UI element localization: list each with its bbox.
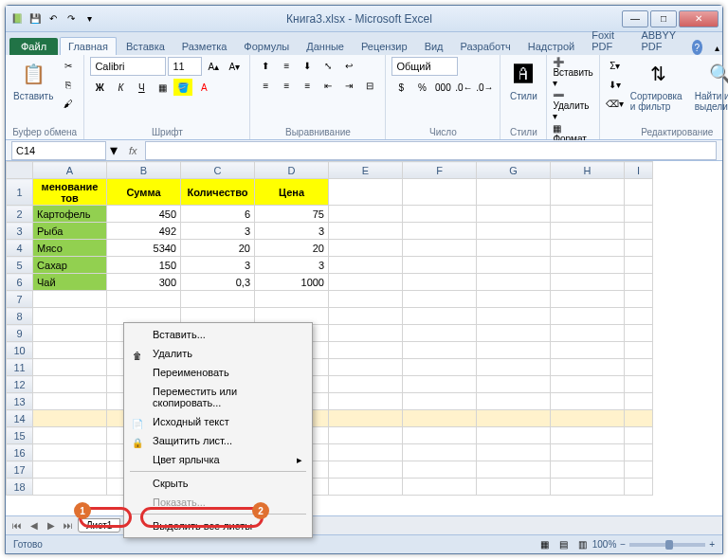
row-header[interactable]: 5	[7, 257, 33, 274]
cut-icon[interactable]: ✂	[59, 57, 78, 74]
cell[interactable]	[329, 240, 403, 257]
cell[interactable]: 75	[255, 206, 329, 223]
ctx-protect[interactable]: 🔒Защитить лист...	[126, 431, 310, 450]
row-header[interactable]: 14	[7, 410, 33, 427]
sheet-nav-next-icon[interactable]: ▶	[44, 520, 59, 531]
increase-decimal-icon[interactable]: .0←	[454, 79, 473, 96]
cell[interactable]: Мясо	[33, 240, 107, 257]
cell[interactable]	[477, 461, 551, 479]
col-header[interactable]: D	[255, 162, 329, 179]
ctx-select-all-sheets[interactable]: Выделить все листы	[126, 516, 310, 535]
cell[interactable]	[329, 393, 403, 410]
cell[interactable]: 6	[181, 206, 255, 223]
row-header[interactable]: 6	[7, 274, 33, 291]
cell[interactable]	[477, 376, 551, 393]
col-header[interactable]: F	[403, 162, 477, 179]
underline-icon[interactable]: Ч	[132, 79, 151, 96]
cell[interactable]	[625, 206, 653, 223]
view-pagelayout-icon[interactable]: ▤	[555, 536, 573, 553]
sheet-nav-first-icon[interactable]: ⏮	[9, 520, 25, 531]
help-icon[interactable]: ?	[692, 40, 702, 55]
cell[interactable]	[403, 444, 477, 461]
cell[interactable]	[625, 179, 653, 206]
file-tab[interactable]: Файл	[9, 38, 58, 55]
row-header[interactable]: 17	[7, 461, 33, 479]
cell[interactable]	[403, 325, 477, 342]
cell[interactable]	[625, 461, 653, 479]
paste-button[interactable]: 📋 Вставить	[11, 57, 55, 103]
cell[interactable]	[403, 257, 477, 274]
decrease-font-icon[interactable]: A▾	[225, 58, 244, 75]
increase-font-icon[interactable]: A▴	[204, 58, 223, 75]
cell[interactable]	[403, 223, 477, 240]
bold-icon[interactable]: Ж	[90, 79, 109, 96]
sheet-nav-last-icon[interactable]: ⏭	[61, 520, 76, 531]
row-header[interactable]: 12	[7, 376, 33, 393]
cell[interactable]	[329, 359, 403, 376]
cell[interactable]	[403, 410, 477, 427]
cell[interactable]: 492	[107, 223, 181, 240]
cell[interactable]	[329, 179, 403, 206]
row-header[interactable]: 9	[7, 325, 33, 342]
undo-icon[interactable]: ↶	[46, 11, 61, 27]
orientation-icon[interactable]: ⤡	[318, 57, 337, 74]
row-header[interactable]: 3	[7, 223, 33, 240]
cell[interactable]	[477, 257, 551, 274]
decrease-indent-icon[interactable]: ⇤	[318, 77, 337, 94]
zoom-out-icon[interactable]: −	[620, 539, 626, 550]
cells-delete-button[interactable]: ➖ Удалить ▾	[553, 90, 592, 121]
ctx-move-copy[interactable]: Переместить или скопировать...	[126, 382, 310, 412]
cell[interactable]	[403, 342, 477, 359]
zoom-slider[interactable]	[629, 543, 705, 547]
sort-filter-button[interactable]: ⇅ Сортировка и фильтр	[628, 57, 689, 114]
cell[interactable]	[403, 427, 477, 444]
cell[interactable]	[551, 240, 625, 257]
cell[interactable]	[329, 444, 403, 461]
cell[interactable]	[477, 240, 551, 257]
align-left-icon[interactable]: ≡	[256, 77, 275, 94]
cell[interactable]	[329, 479, 403, 496]
find-select-button[interactable]: 🔍 Найти и выделить	[693, 57, 728, 114]
cell[interactable]	[551, 206, 625, 223]
cell[interactable]	[625, 393, 653, 410]
cell[interactable]	[551, 291, 625, 308]
cell[interactable]	[33, 342, 107, 359]
fill-color-icon[interactable]: 🪣	[173, 79, 192, 96]
cell[interactable]	[551, 257, 625, 274]
merge-icon[interactable]: ⊟	[360, 77, 379, 94]
tab-view[interactable]: Вид	[417, 38, 451, 55]
col-header[interactable]: A	[33, 162, 107, 179]
redo-icon[interactable]: ↷	[64, 11, 79, 27]
autosum-icon[interactable]: Σ▾	[606, 57, 625, 74]
cell[interactable]	[551, 325, 625, 342]
align-middle-icon[interactable]: ≡	[277, 57, 296, 74]
cells-insert-button[interactable]: ➕ Вставить ▾	[553, 57, 592, 88]
italic-icon[interactable]: К	[111, 79, 130, 96]
cell[interactable]	[181, 291, 255, 308]
ctx-hide[interactable]: Скрыть	[126, 474, 310, 493]
cell[interactable]	[477, 342, 551, 359]
cell[interactable]	[551, 427, 625, 444]
cell[interactable]	[329, 376, 403, 393]
cell[interactable]	[477, 427, 551, 444]
font-size-select[interactable]	[168, 57, 202, 76]
tab-abbyypdf[interactable]: ABBYY PDF	[633, 27, 689, 55]
tab-formulas[interactable]: Формулы	[236, 38, 297, 55]
cell[interactable]	[33, 479, 107, 496]
namebox-dropdown-icon[interactable]: ▾	[106, 141, 121, 159]
cell[interactable]	[403, 179, 477, 206]
cell[interactable]	[33, 308, 107, 325]
cell[interactable]	[33, 461, 107, 479]
cell[interactable]	[477, 393, 551, 410]
align-center-icon[interactable]: ≡	[277, 77, 296, 94]
cell[interactable]	[403, 393, 477, 410]
cell[interactable]	[403, 479, 477, 496]
font-name-select[interactable]	[90, 57, 166, 76]
zoom-level[interactable]: 100%	[592, 539, 617, 550]
copy-icon[interactable]: ⎘	[59, 76, 78, 93]
cell[interactable]	[477, 274, 551, 291]
cell[interactable]: 3	[255, 257, 329, 274]
cell[interactable]	[329, 342, 403, 359]
format-painter-icon[interactable]: 🖌	[59, 95, 78, 112]
cell[interactable]	[33, 359, 107, 376]
